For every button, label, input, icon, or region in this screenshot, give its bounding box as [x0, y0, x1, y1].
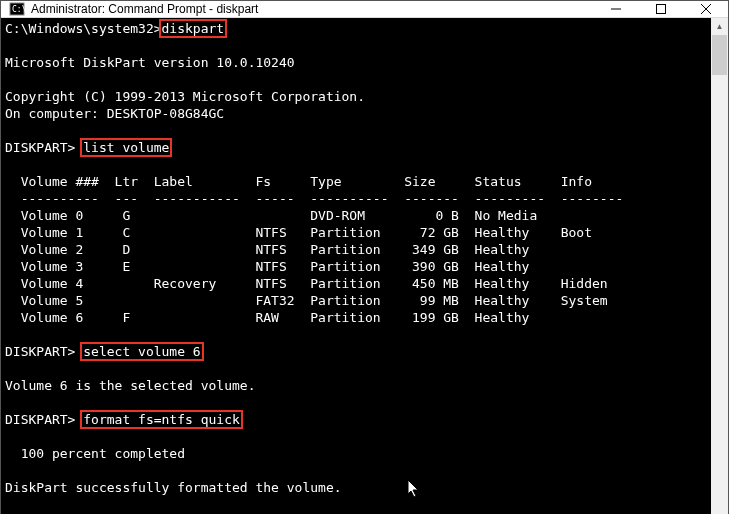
table-row: Volume 5 FAT32 Partition 99 MB Healthy S… — [5, 293, 608, 308]
svg-rect-3 — [656, 5, 665, 14]
output-progress: 100 percent completed — [5, 446, 185, 461]
window-title: Administrator: Command Prompt - diskpart — [31, 2, 593, 16]
cmd-icon: C:\ — [9, 1, 25, 17]
prompt-path: C:\Windows\system32> — [5, 21, 162, 36]
table-row: Volume 0 G DVD-ROM 0 B No Media — [5, 208, 537, 223]
maximize-button[interactable] — [638, 1, 683, 17]
minimize-button[interactable] — [593, 1, 638, 17]
output-success: DiskPart successfully formatted the volu… — [5, 480, 342, 495]
prompt-diskpart: DISKPART> — [5, 344, 83, 359]
terminal-content[interactable]: C:\Windows\system32>diskpart Microsoft D… — [1, 18, 711, 514]
output-copyright: Copyright (C) 1999-2013 Microsoft Corpor… — [5, 89, 365, 104]
output-computer: On computer: DESKTOP-08G84GC — [5, 106, 224, 121]
prompt-diskpart: DISKPART> — [5, 412, 83, 427]
table-row: Volume 3 E NTFS Partition 390 GB Healthy — [5, 259, 529, 274]
scrollbar-thumb[interactable] — [712, 35, 727, 75]
table-divider: ---------- --- ----------- ----- -------… — [5, 191, 623, 206]
cmd-select-volume-highlight: select volume 6 — [80, 342, 203, 361]
table-header: Volume ### Ltr Label Fs Type Size Status… — [5, 174, 592, 189]
prompt-diskpart: DISKPART> — [5, 140, 83, 155]
cmd-diskpart-highlight: diskpart — [159, 19, 228, 38]
output-version: Microsoft DiskPart version 10.0.10240 — [5, 55, 295, 70]
svg-text:C:\: C:\ — [12, 5, 25, 14]
mouse-cursor-icon — [408, 480, 421, 499]
table-row: Volume 2 D NTFS Partition 349 GB Healthy — [5, 242, 529, 257]
table-row: Volume 6 F RAW Partition 199 GB Healthy — [5, 310, 529, 325]
window-controls — [593, 1, 728, 17]
scrollbar-up-arrow-icon[interactable]: ▲ — [711, 18, 728, 35]
table-row: Volume 4 Recovery NTFS Partition 450 MB … — [5, 276, 608, 291]
titlebar: C:\ Administrator: Command Prompt - disk… — [1, 1, 728, 18]
output-selected: Volume 6 is the selected volume. — [5, 378, 255, 393]
cmd-format-highlight: format fs=ntfs quick — [80, 410, 243, 429]
cmd-list-volume-highlight: list volume — [80, 138, 172, 157]
vertical-scrollbar[interactable]: ▲ ▼ — [711, 18, 728, 514]
table-row: Volume 1 C NTFS Partition 72 GB Healthy … — [5, 225, 592, 240]
scrollbar-track[interactable] — [711, 35, 728, 514]
terminal-area: C:\Windows\system32>diskpart Microsoft D… — [1, 18, 728, 514]
window: C:\ Administrator: Command Prompt - disk… — [0, 0, 729, 514]
close-button[interactable] — [683, 1, 728, 17]
